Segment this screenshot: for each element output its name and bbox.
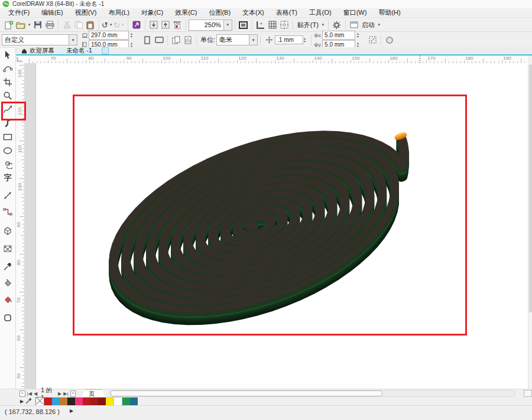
ruler-origin-box[interactable] — [15, 56, 25, 64]
connector-tool[interactable] — [2, 206, 14, 218]
redo-button[interactable]: ↻ — [113, 21, 120, 29]
transparency-tool[interactable] — [2, 243, 14, 255]
nudge-offset-spinner[interactable]: ▲▼ — [303, 36, 309, 44]
cut-button[interactable] — [61, 19, 73, 31]
redo-dropdown[interactable]: ▾ — [120, 22, 125, 27]
save-button[interactable] — [32, 19, 44, 31]
vertical-scrollbar[interactable] — [528, 63, 532, 389]
menu-item-bitmaps[interactable]: 位图(B) — [203, 8, 236, 17]
page-size-preset-dropdown[interactable]: ▾ — [69, 34, 77, 45]
smart-fill-tool[interactable] — [2, 294, 14, 305]
menu-item-help[interactable]: 帮助(H) — [372, 8, 406, 17]
menu-item-table[interactable]: 表格(T) — [270, 8, 303, 17]
pick-tool[interactable] — [2, 49, 14, 61]
palette-swatch-1[interactable] — [52, 397, 60, 406]
show-rulers-button[interactable] — [255, 19, 267, 31]
palette-swatch-3[interactable] — [67, 397, 75, 406]
show-guidelines-button[interactable] — [278, 19, 290, 31]
crop-tool[interactable] — [2, 76, 14, 88]
horizontal-scrollbar[interactable] — [109, 390, 515, 397]
palette-swatch-2[interactable] — [60, 397, 67, 406]
palette-swatch-11[interactable] — [130, 397, 138, 406]
units-combobox[interactable]: 毫米 — [216, 34, 249, 45]
palette-swatch-6[interactable] — [90, 397, 98, 406]
treat-as-filled-button[interactable] — [366, 34, 378, 46]
page-size-preset-combobox[interactable]: 自定义 — [2, 34, 69, 45]
fullscreen-preview-button[interactable] — [238, 19, 249, 31]
options-gear-icon[interactable] — [331, 19, 343, 31]
copy-button[interactable] — [73, 19, 85, 31]
palette-swatch-4[interactable] — [75, 397, 83, 406]
menu-item-edit[interactable]: 编辑(E) — [35, 8, 69, 17]
menu-item-object[interactable]: 对象(C) — [135, 8, 169, 17]
snap-to-button[interactable]: 贴齐(T) — [296, 21, 320, 30]
units-dropdown[interactable]: ▾ — [249, 34, 258, 45]
menu-item-effects[interactable]: 效果(C) — [169, 8, 203, 17]
first-page-button[interactable]: |◀ — [27, 391, 33, 396]
page-width-spinner[interactable]: ▲▼ — [130, 31, 135, 39]
text-tool[interactable]: 字 — [2, 172, 14, 184]
export-button[interactable] — [160, 19, 171, 31]
nudge-offset-field[interactable]: .1 mm — [275, 35, 303, 44]
spiral-tool[interactable] — [2, 158, 14, 170]
publish-pdf-button[interactable]: PDF — [171, 19, 183, 31]
horizontal-ruler[interactable]: 708090100110120130140150160170180190 — [24, 56, 528, 64]
print-button[interactable] — [44, 19, 56, 31]
zoom-tool[interactable] — [2, 90, 14, 102]
menu-item-file[interactable]: 文件(F) — [2, 8, 35, 17]
menu-item-window[interactable]: 窗口(W) — [338, 8, 373, 17]
paste-button[interactable] — [85, 19, 96, 31]
portrait-button[interactable] — [141, 34, 153, 46]
application-launcher-icon[interactable] — [348, 19, 360, 31]
parallel-dimension-tool[interactable] — [2, 190, 14, 201]
palette-swatch-0[interactable] — [44, 397, 52, 406]
duplicate-x-spinner[interactable]: ▲▼ — [356, 31, 362, 39]
all-pages-button[interactable] — [170, 34, 182, 46]
add-page-after-button[interactable]: + — [70, 390, 76, 397]
landscape-button[interactable] — [153, 34, 165, 46]
no-color-swatch[interactable] — [35, 397, 44, 406]
menu-item-tools[interactable]: 工具(O) — [303, 8, 338, 17]
last-page-button[interactable]: ▶| — [63, 391, 69, 396]
next-page-button[interactable]: ▶ — [57, 391, 63, 396]
menu-item-view[interactable]: 视图(V) — [69, 8, 103, 17]
search-content-button[interactable] — [131, 19, 142, 31]
add-page-before-button[interactable]: + — [20, 390, 25, 397]
current-page-button[interactable] — [182, 34, 194, 46]
launch-dropdown[interactable]: ▾ — [377, 22, 382, 27]
status-flyout-arrow[interactable]: ▶ — [70, 408, 73, 414]
red-selection-rectangle[interactable] — [73, 95, 467, 336]
tab-welcome-screen[interactable]: 欢迎屏幕 — [15, 47, 60, 54]
menu-item-text[interactable]: 文本(X) — [236, 8, 270, 17]
interactive-fill-tool[interactable] — [2, 277, 14, 289]
color-eyedropper-tool[interactable] — [2, 261, 14, 272]
undo-button[interactable]: ↺ — [102, 21, 108, 29]
zoom-level-combobox[interactable]: 250% — [189, 19, 224, 31]
previous-page-button[interactable]: ◀ — [33, 391, 38, 396]
palette-swatch-9[interactable] — [113, 397, 122, 406]
document-navigator-button[interactable] — [524, 390, 532, 397]
horizontal-scrollbar-thumb[interactable] — [111, 390, 382, 396]
palette-swatch-10[interactable] — [122, 397, 130, 406]
open-button[interactable] — [15, 19, 27, 31]
outline-tool[interactable] — [2, 312, 14, 324]
palette-eyedropper-icon[interactable] — [24, 398, 33, 405]
palette-swatch-8[interactable] — [106, 397, 113, 406]
palette-swatch-7[interactable] — [98, 397, 106, 406]
duplicate-x-field[interactable]: 5.0 mm — [322, 31, 355, 40]
extrude-tool[interactable] — [2, 225, 14, 237]
snap-to-dropdown[interactable]: ▾ — [320, 22, 326, 27]
page-width-field[interactable]: 297.0 mm — [89, 31, 129, 40]
tab-untitled-document[interactable]: 未命名 -1 — [60, 47, 98, 54]
menu-item-layout[interactable]: 布局(L) — [102, 8, 135, 17]
palette-swatch-5[interactable] — [83, 397, 90, 406]
new-tab-button[interactable] — [102, 47, 109, 54]
rectangle-tool[interactable] — [2, 131, 14, 143]
show-grid-button[interactable] — [267, 19, 278, 31]
outline-width-icon[interactable] — [384, 34, 395, 46]
import-button[interactable] — [148, 19, 160, 31]
new-document-button[interactable] — [3, 19, 15, 31]
launch-button[interactable]: 启动 — [360, 21, 377, 30]
open-dropdown[interactable]: ▾ — [27, 22, 32, 27]
shape-tool[interactable] — [2, 63, 14, 74]
